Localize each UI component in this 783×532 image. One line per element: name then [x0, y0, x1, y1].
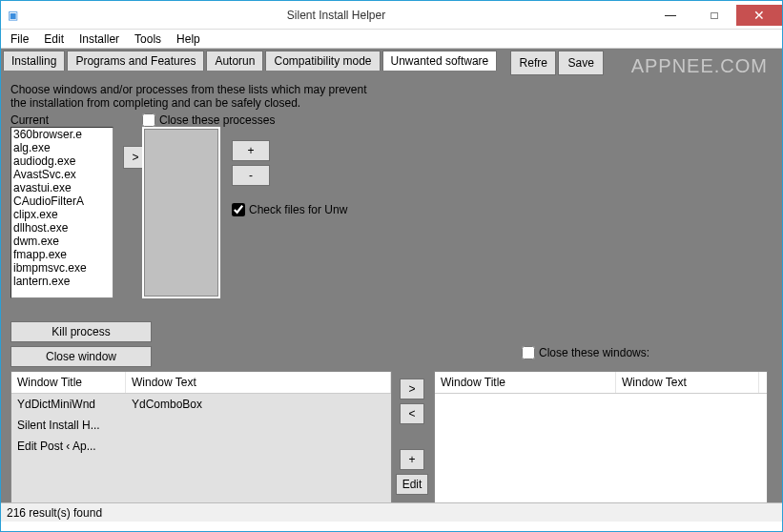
remove-process-button[interactable]: - — [232, 165, 270, 186]
close-windows-checkbox[interactable]: Close these windows: — [522, 346, 649, 359]
tab-programs[interactable]: Programs and Features — [67, 51, 204, 71]
add-window-button[interactable]: + — [400, 449, 424, 470]
list-item[interactable]: audiodg.exe — [11, 154, 113, 168]
list-item[interactable]: fmapp.exe — [11, 248, 113, 261]
menu-edit[interactable]: Edit — [36, 31, 72, 48]
refresh-button[interactable]: Refre — [510, 51, 556, 75]
maximize-button[interactable]: □ — [692, 5, 736, 26]
list-item[interactable]: dwm.exe — [11, 235, 113, 248]
menu-tools[interactable]: Tools — [127, 31, 169, 48]
table-row[interactable]: Silent Install H... — [11, 415, 391, 436]
tab-area: Installing Programs and Features Autorun… — [1, 49, 782, 75]
tabstrip: Installing Programs and Features Autorun… — [1, 51, 497, 71]
add-process-button[interactable]: + — [232, 140, 270, 161]
list-item[interactable]: 360browser.e — [11, 128, 113, 141]
col-window-title[interactable]: Window Title — [435, 372, 616, 393]
menu-file[interactable]: File — [3, 31, 36, 48]
titlebar: ▣ Silent Install Helper — □ ✕ — [1, 1, 782, 30]
current-label: Current — [10, 113, 49, 127]
cell-title: Edit Post ‹ Ap... — [11, 436, 126, 457]
close-processes-checkbox-input[interactable] — [142, 113, 155, 127]
move-window-right-button[interactable]: > — [400, 379, 424, 399]
status-text: 216 result(s) found — [7, 506, 102, 520]
col-window-text[interactable]: Window Text — [126, 372, 391, 393]
current-windows-table[interactable]: Window Title Window Text YdDictMiniWnd Y… — [10, 371, 392, 504]
close-processes-checkbox[interactable]: Close these processes — [142, 113, 275, 127]
list-item[interactable]: CAudioFilterA — [11, 194, 113, 208]
cell-text — [126, 415, 391, 436]
table-header: Window Title Window Text — [435, 372, 768, 394]
col-window-title[interactable]: Window Title — [11, 372, 126, 393]
close-button[interactable]: ✕ — [736, 5, 782, 26]
list-item[interactable]: alg.exe — [11, 141, 113, 154]
current-process-list[interactable]: 360browser.e alg.exe audiodg.exe AvastSv… — [10, 127, 113, 298]
table-row[interactable]: YdDictMiniWnd YdComboBox — [11, 394, 391, 415]
close-processes-label: Close these processes — [159, 113, 275, 127]
list-item[interactable]: ibmpmsvc.exe — [11, 261, 113, 275]
edit-window-button[interactable]: Edit — [396, 474, 428, 495]
col-window-text[interactable]: Window Text — [616, 372, 759, 393]
check-files-unw-checkbox[interactable]: Check files for Unw — [232, 203, 347, 216]
check-files-unw-checkbox-input[interactable] — [232, 203, 245, 216]
menu-installer[interactable]: Installer — [72, 31, 127, 48]
selected-windows-table[interactable]: Window Title Window Text — [434, 371, 768, 506]
cell-title: YdDictMiniWnd — [11, 394, 126, 415]
close-window-button[interactable]: Close window — [10, 346, 152, 367]
table-body — [435, 394, 768, 489]
tab-unwanted[interactable]: Unwanted software — [382, 51, 498, 71]
list-item[interactable]: lantern.exe — [11, 275, 113, 288]
cell-text: YdComboBox — [126, 394, 391, 415]
close-windows-checkbox-input[interactable] — [522, 346, 535, 359]
list-item[interactable]: AvastSvc.ex — [11, 168, 113, 181]
status-bar: 216 result(s) found — [1, 502, 782, 522]
kill-process-button[interactable]: Kill process — [10, 321, 152, 342]
instructions-text: Choose windows and/or processes from the… — [10, 83, 373, 110]
list-item[interactable]: dllhost.exe — [11, 221, 113, 235]
menu-help[interactable]: Help — [169, 31, 208, 48]
tab-autorun[interactable]: Autorun — [206, 51, 263, 71]
window-title: Silent Install Helper — [24, 9, 649, 22]
table-body: YdDictMiniWnd YdComboBox Silent Install … — [11, 394, 391, 457]
list-item[interactable]: clipx.exe — [11, 208, 113, 221]
cell-text — [126, 436, 391, 457]
table-header: Window Title Window Text — [11, 372, 391, 394]
tab-installing[interactable]: Installing — [3, 51, 65, 71]
table-row[interactable]: Edit Post ‹ Ap... — [11, 436, 391, 457]
tab-compat[interactable]: Compatibility mode — [265, 51, 380, 71]
cell-title: Silent Install H... — [11, 415, 126, 436]
top-buttons: Refre Save — [510, 51, 604, 75]
close-windows-label: Close these windows: — [539, 346, 649, 359]
menubar: File Edit Installer Tools Help — [1, 30, 782, 49]
window-controls: — □ ✕ — [649, 5, 782, 26]
main-panel: Choose windows and/or processes from the… — [1, 75, 782, 522]
selected-processes-list[interactable] — [142, 127, 220, 298]
list-item[interactable]: avastui.exe — [11, 181, 113, 194]
app-icon: ▣ — [1, 9, 24, 22]
minimize-button[interactable]: — — [649, 5, 692, 26]
save-button[interactable]: Save — [558, 51, 604, 75]
check-files-unw-label: Check files for Unw — [249, 203, 347, 216]
move-window-left-button[interactable]: < — [400, 403, 424, 424]
